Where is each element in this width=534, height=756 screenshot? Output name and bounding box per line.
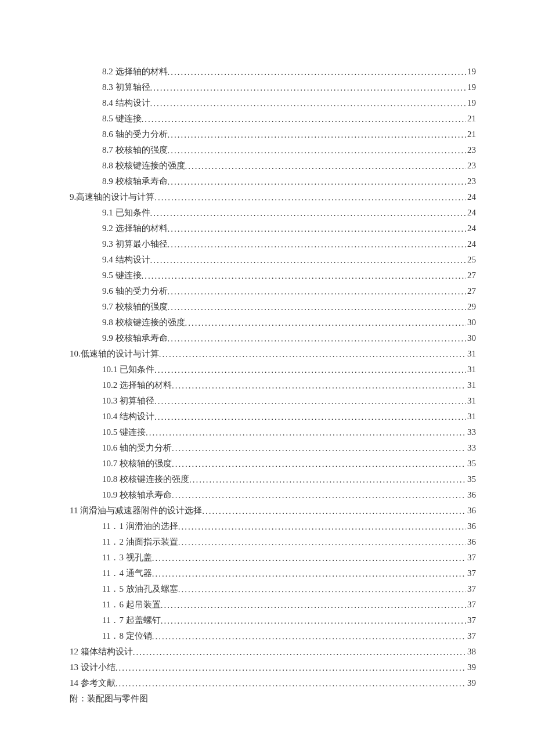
toc-entry-title: 8.6 轴的受力分析 — [102, 127, 168, 142]
toc-entry-title: 8.9 校核轴承寿命 — [102, 174, 168, 189]
toc-entry-title: 10.6 轴的受力分析 — [102, 440, 172, 456]
toc-entry-title: 10.低速轴的设计与计算 — [70, 346, 159, 362]
toc-entry: 10.8 校核键连接的强度35 — [70, 471, 476, 487]
toc-entry-page: 27 — [466, 283, 476, 299]
toc-entry-page: 30 — [466, 330, 476, 346]
toc-entry-title: 11．6 起吊装置 — [102, 597, 161, 613]
toc-entry-title: 9.7 校核轴的强度 — [102, 299, 168, 315]
toc-leader-dots — [168, 284, 467, 300]
toc-entry-page: 36 — [466, 534, 476, 550]
toc-entry-page: 37 — [466, 628, 476, 644]
toc-entry-title: 10.4 结构设计 — [102, 409, 154, 424]
toc-leader-dots — [172, 441, 466, 456]
toc-leader-dots — [154, 362, 466, 378]
toc-entry-page: 19 — [466, 80, 476, 95]
toc-entry-page: 35 — [466, 456, 476, 471]
toc-leader-dots — [178, 582, 466, 597]
toc-entry-page: 30 — [466, 315, 476, 330]
toc-entry: 9.9 校核轴承寿命30 — [70, 330, 476, 346]
toc-entry-page: 38 — [466, 644, 476, 660]
toc-entry-page: 27 — [466, 268, 476, 283]
toc-entry-page: 33 — [466, 424, 476, 440]
toc-leader-dots — [116, 676, 466, 692]
toc-entry-page: 35 — [466, 471, 476, 487]
toc-leader-dots — [168, 237, 467, 253]
toc-entry: 10.低速轴的设计与计算31 — [70, 346, 476, 362]
toc-entry-page: 37 — [466, 613, 476, 628]
toc-entry-title: 10.3 初算轴径 — [102, 393, 154, 409]
toc-entry-page: 24 — [466, 205, 476, 221]
toc-entry-title: 9.6 轴的受力分析 — [102, 283, 168, 299]
toc-leader-dots — [202, 503, 466, 519]
appendix-line: 附：装配图与零件图 — [70, 691, 476, 707]
toc-entry-title: 11．4 通气器 — [102, 566, 152, 581]
toc-entry: 10.7 校核轴的强度35 — [70, 456, 476, 471]
toc-entry: 11．7 起盖螺钉37 — [70, 613, 476, 628]
toc-entry-title: 8.4 结构设计 — [102, 95, 150, 111]
toc-entry: 13 设计小结39 — [70, 660, 476, 675]
toc-entry-page: 31 — [466, 377, 476, 393]
toc-entry: 11．2 油面指示装置36 — [70, 534, 476, 550]
toc-entry-title: 8.7 校核轴的强度 — [102, 142, 168, 158]
toc-entry-title: 10.7 校核轴的强度 — [102, 456, 172, 471]
toc-entry-page: 21 — [466, 127, 476, 142]
toc-leader-dots — [178, 535, 466, 550]
toc-leader-dots — [168, 127, 467, 143]
toc-entry-title: 9.9 校核轴承寿命 — [102, 330, 168, 346]
toc-entry-page: 23 — [466, 142, 476, 158]
toc-entry: 9.5 键连接27 — [70, 268, 476, 283]
toc-entry-page: 19 — [466, 64, 476, 80]
toc-entry-page: 33 — [466, 440, 476, 456]
toc-entry: 11．1 润滑油的选择36 — [70, 519, 476, 534]
toc-leader-dots — [150, 206, 467, 221]
toc-leader-dots — [159, 347, 466, 362]
toc-leader-dots — [142, 268, 467, 284]
toc-entry: 10.3 初算轴径31 — [70, 393, 476, 409]
toc-leader-dots — [150, 96, 467, 111]
toc-entry-title: 9.高速轴的设计与计算 — [70, 189, 154, 205]
toc-entry-page: 23 — [466, 158, 476, 174]
toc-entry-page: 24 — [466, 236, 476, 252]
toc-entry: 9.高速轴的设计与计算24 — [70, 189, 476, 205]
toc-leader-dots — [152, 629, 466, 645]
toc-entry-page: 39 — [466, 675, 476, 691]
toc-entry-page: 31 — [466, 409, 476, 424]
toc-entry: 8.2 选择轴的材料19 — [70, 64, 476, 80]
toc-entry-page: 37 — [466, 581, 476, 597]
toc-entry-title: 11．3 视孔盖 — [102, 550, 152, 566]
toc-entry: 12 箱体结构设计38 — [70, 644, 476, 660]
toc-entry: 10.9 校核轴承寿命36 — [70, 487, 476, 503]
toc-entry-title: 9.2 选择轴的材料 — [102, 221, 168, 236]
toc-entry: 8.5 键连接21 — [70, 111, 476, 127]
toc-entry: 9.4 结构设计25 — [70, 252, 476, 268]
toc-leader-dots — [185, 315, 467, 331]
toc-entry-title: 10.8 校核键连接的强度 — [102, 471, 189, 487]
toc-list: 8.2 选择轴的材料198.3 初算轴径198.4 结构设计198.5 键连接2… — [70, 64, 476, 691]
toc-entry-page: 37 — [466, 550, 476, 566]
toc-entry-page: 36 — [466, 503, 476, 519]
toc-leader-dots — [154, 409, 466, 425]
toc-entry-page: 37 — [466, 597, 476, 613]
toc-entry-title: 9.8 校核键连接的强度 — [102, 315, 185, 330]
toc-entry-page: 36 — [466, 519, 476, 534]
toc-leader-dots — [161, 613, 466, 629]
toc-entry-title: 11．7 起盖螺钉 — [102, 613, 161, 628]
toc-entry: 8.6 轴的受力分析21 — [70, 127, 476, 142]
toc-entry: 11．4 通气器37 — [70, 566, 476, 581]
toc-entry-title: 8.3 初算轴径 — [102, 80, 150, 95]
toc-entry: 9.1 已知条件24 — [70, 205, 476, 221]
toc-entry-title: 9.5 键连接 — [102, 268, 142, 283]
toc-page: 8.2 选择轴的材料198.3 初算轴径198.4 结构设计198.5 键连接2… — [0, 0, 534, 707]
toc-leader-dots — [116, 660, 466, 676]
toc-entry-title: 9.4 结构设计 — [102, 252, 150, 268]
toc-entry: 11．6 起吊装置37 — [70, 597, 476, 613]
toc-entry: 10.2 选择轴的材料31 — [70, 377, 476, 393]
toc-entry: 11．3 视孔盖37 — [70, 550, 476, 566]
toc-entry-title: 9.3 初算最小轴径 — [102, 236, 168, 252]
toc-entry-title: 9.1 已知条件 — [102, 205, 150, 221]
toc-entry-page: 24 — [466, 189, 476, 205]
toc-entry: 10.1 已知条件31 — [70, 362, 476, 377]
toc-leader-dots — [152, 566, 466, 582]
toc-entry: 8.4 结构设计19 — [70, 95, 476, 111]
toc-entry-page: 31 — [466, 362, 476, 377]
